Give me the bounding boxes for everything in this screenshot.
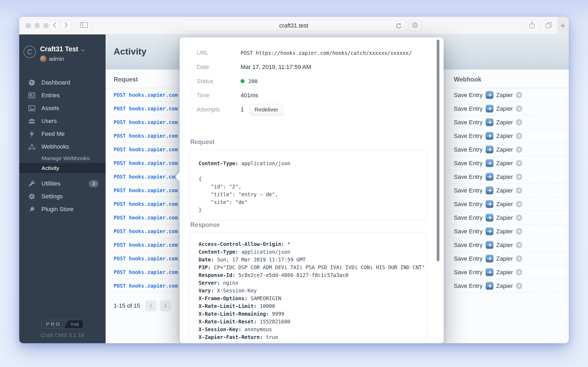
sidebar-subitem-manage-webhooks[interactable]: Manage Webhooks bbox=[19, 153, 106, 163]
webhook-target: Zapier bbox=[496, 132, 513, 139]
code-line: X-Session-Key: anonymous bbox=[199, 326, 419, 333]
blue-arrow-emoji-icon bbox=[486, 227, 493, 235]
sidebar-item-dashboard[interactable]: Dashboard bbox=[19, 76, 106, 89]
request-link[interactable]: POST hooks.zapier.com bbox=[114, 174, 178, 180]
new-tab-button[interactable]: + bbox=[557, 17, 569, 34]
blue-arrow-emoji-icon bbox=[486, 132, 493, 140]
open-webhook-icon[interactable] bbox=[516, 228, 522, 234]
webhook-name: Save Entry bbox=[454, 228, 483, 235]
open-webhook-icon[interactable] bbox=[516, 242, 522, 248]
webhook-name: Save Entry bbox=[454, 132, 483, 139]
request-link[interactable]: POST hooks.zapier.com bbox=[114, 187, 178, 193]
sidebar-item-plugin-store[interactable]: Plugin Store bbox=[19, 203, 106, 216]
code-line: X-Zapier-Fast-Return: true bbox=[199, 333, 419, 341]
main-content: Activity Request Webhook POST hooks.zapi… bbox=[106, 34, 569, 343]
blue-arrow-emoji-icon bbox=[486, 105, 493, 113]
blue-arrow-emoji-icon bbox=[486, 187, 493, 194]
webhook-cell: Save EntryZapier bbox=[454, 241, 522, 249]
open-webhook-icon[interactable] bbox=[516, 269, 522, 275]
craft-version: Craft CMS 3.1.18 bbox=[19, 332, 106, 338]
sidebar-item-webhooks[interactable]: Webhooks bbox=[19, 140, 106, 153]
sidebar-item-utilities[interactable]: Utilities3 bbox=[19, 177, 106, 190]
share-button[interactable] bbox=[526, 20, 539, 31]
open-webhook-icon[interactable] bbox=[516, 187, 522, 194]
field-value-date: Mar 17, 2019, 11:17:59 AM bbox=[241, 64, 311, 71]
webhook-target: Zapier bbox=[496, 119, 513, 126]
extension-button[interactable] bbox=[409, 20, 421, 31]
request-link[interactable]: POST hooks.zapier.com bbox=[114, 242, 178, 248]
back-button[interactable] bbox=[49, 20, 60, 31]
webhook-name: Save Entry bbox=[454, 105, 483, 112]
request-link[interactable]: POST hooks.zapier.com bbox=[114, 106, 178, 111]
webhook-target: Zapier bbox=[496, 146, 513, 153]
field-label: Date bbox=[197, 64, 241, 71]
code-line: Date: Sun, 17 Mar 2019 11:17:59 GMT bbox=[199, 256, 419, 264]
open-webhook-icon[interactable] bbox=[516, 173, 522, 180]
header-key: X-Session-Key: bbox=[199, 326, 241, 332]
site-header[interactable]: C Craft31 Test admin bbox=[24, 45, 85, 62]
sidebar-subitem-activity[interactable]: Activity bbox=[19, 163, 106, 173]
request-link[interactable]: POST hooks.zapier.com bbox=[114, 256, 178, 261]
open-webhook-icon[interactable] bbox=[516, 133, 522, 139]
sidebar-item-label: Webhooks bbox=[41, 143, 69, 150]
show-tabs-button[interactable] bbox=[542, 20, 555, 31]
field-row-attempts: Attempts 1 Redeliver bbox=[197, 102, 427, 117]
avatar bbox=[40, 56, 47, 62]
webhook-cell: Save EntryZapier bbox=[454, 255, 522, 262]
zoom-window-button[interactable] bbox=[43, 23, 49, 28]
chevron-right-icon bbox=[64, 22, 68, 29]
request-link[interactable]: POST hooks.zapier.com bbox=[114, 283, 178, 289]
open-webhook-icon[interactable] bbox=[516, 255, 522, 262]
webhook-cell: Save EntryZapier bbox=[454, 91, 522, 99]
site-name-menu[interactable]: Craft31 Test bbox=[40, 45, 85, 53]
webhook-name: Save Entry bbox=[454, 255, 483, 262]
previous-page-button[interactable] bbox=[145, 300, 156, 311]
toggle-sidebar-button[interactable] bbox=[76, 20, 91, 31]
minimize-window-button[interactable] bbox=[34, 23, 40, 28]
image-icon bbox=[28, 105, 36, 111]
sidebar-item-settings[interactable]: Settings bbox=[19, 190, 106, 203]
next-page-button[interactable] bbox=[160, 300, 171, 311]
request-link[interactable]: POST hooks.zapier.com bbox=[114, 146, 178, 152]
close-window-button[interactable] bbox=[26, 23, 31, 28]
webhook-name: Save Entry bbox=[454, 91, 483, 98]
gear-icon bbox=[28, 193, 36, 200]
blue-arrow-emoji-icon bbox=[486, 241, 493, 249]
request-link[interactable]: POST hooks.zapier.com bbox=[114, 269, 178, 275]
pagination: 1-15 of 15 bbox=[114, 300, 171, 311]
sidebar-item-feed-me[interactable]: Feed Me bbox=[19, 128, 106, 140]
response-section-label: Response bbox=[190, 221, 220, 229]
sidebar-item-entries[interactable]: Entries bbox=[19, 89, 106, 102]
forward-button[interactable] bbox=[61, 20, 72, 31]
request-link[interactable]: POST hooks.zapier.com bbox=[114, 119, 178, 125]
blue-arrow-emoji-icon bbox=[486, 214, 493, 222]
webhook-target: Zapier bbox=[496, 91, 513, 98]
edition-badge[interactable]: PRO trial bbox=[41, 320, 84, 329]
request-link[interactable]: POST hooks.zapier.com bbox=[114, 215, 178, 221]
current-user[interactable]: admin bbox=[40, 56, 85, 62]
request-link[interactable]: POST hooks.zapier.com bbox=[114, 133, 178, 139]
request-link[interactable]: POST hooks.zapier.com bbox=[114, 228, 178, 234]
open-webhook-icon[interactable] bbox=[516, 119, 522, 125]
tabs-overview-icon bbox=[546, 22, 552, 29]
header-key: Access-Control-Allow-Origin: bbox=[199, 241, 284, 247]
reload-icon[interactable] bbox=[396, 23, 402, 31]
address-bar[interactable]: craft31.test bbox=[182, 20, 405, 31]
sidebar-item-users[interactable]: Users bbox=[19, 115, 106, 128]
webhook-icon bbox=[28, 144, 36, 150]
webhook-name: Save Entry bbox=[454, 119, 483, 126]
request-link[interactable]: POST hooks.zapier.com bbox=[114, 160, 178, 166]
webhook-cell: Save EntryZapier bbox=[454, 118, 522, 126]
open-webhook-icon[interactable] bbox=[516, 146, 522, 153]
open-webhook-icon[interactable] bbox=[516, 92, 522, 98]
open-webhook-icon[interactable] bbox=[516, 214, 522, 221]
redeliver-button[interactable]: Redeliver bbox=[250, 104, 283, 115]
request-link[interactable]: POST hooks.zapier.com bbox=[114, 201, 178, 207]
open-webhook-icon[interactable] bbox=[516, 201, 522, 207]
open-webhook-icon[interactable] bbox=[516, 160, 522, 166]
sidebar-item-assets[interactable]: Assets bbox=[19, 102, 106, 115]
open-webhook-icon[interactable] bbox=[516, 283, 522, 289]
request-link[interactable]: POST hooks.zapier.com bbox=[114, 92, 178, 98]
open-webhook-icon[interactable] bbox=[516, 105, 522, 112]
popover-scrollbar[interactable] bbox=[437, 40, 439, 261]
